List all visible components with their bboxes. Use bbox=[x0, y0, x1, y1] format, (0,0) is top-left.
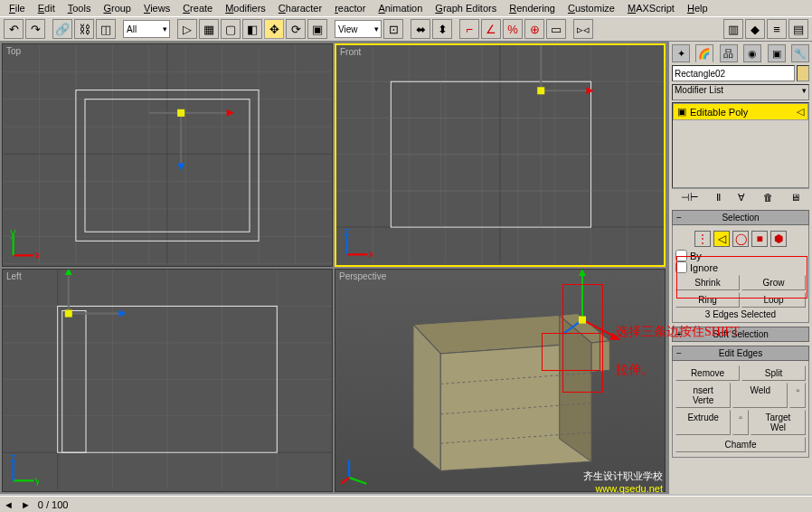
svg-marker-93 bbox=[579, 270, 586, 276]
object-name-input[interactable] bbox=[672, 65, 795, 81]
selection-rollout-header[interactable]: Selection bbox=[672, 210, 809, 225]
object-color-swatch[interactable] bbox=[797, 65, 809, 81]
viewport-left[interactable]: Left yz bbox=[2, 269, 333, 492]
edit-edges-rollout-header[interactable]: Edit Edges bbox=[672, 346, 809, 361]
by-checkbox[interactable] bbox=[675, 250, 687, 261]
viewport-front[interactable]: Front xz bbox=[335, 43, 666, 267]
restrict-y-button[interactable]: ⬍ bbox=[432, 19, 452, 39]
angle-snap-button[interactable]: ∠ bbox=[481, 19, 501, 39]
pin-stack-button[interactable]: ⊣⊢ bbox=[681, 192, 699, 204]
command-panel: ✦ 🌈 品 ◉ ▣ 🔧 Modifier List ▾ ▣ Editable P… bbox=[667, 42, 812, 494]
select-move-button[interactable]: ✥ bbox=[264, 19, 284, 39]
menu-views[interactable]: Views bbox=[138, 1, 175, 15]
svg-marker-25 bbox=[177, 163, 184, 170]
undo-button[interactable]: ↶ bbox=[4, 19, 24, 39]
hierarchy-tab[interactable]: 品 bbox=[720, 44, 738, 62]
percent-snap-button[interactable]: % bbox=[503, 19, 523, 39]
modify-tab[interactable]: 🌈 bbox=[695, 44, 713, 62]
select-rotate-button[interactable]: ⟳ bbox=[286, 19, 306, 39]
viewport-top[interactable]: Top xy bbox=[2, 43, 333, 267]
edge-subobj[interactable]: ◁ bbox=[713, 231, 730, 247]
restrict-x-button[interactable]: ⬌ bbox=[411, 19, 430, 39]
select-button[interactable]: ▷ bbox=[177, 19, 197, 39]
timeline-arrow-left[interactable]: ◄ bbox=[4, 499, 14, 510]
svg-rect-57 bbox=[537, 87, 544, 94]
configure-button[interactable]: 🖥 bbox=[790, 192, 800, 204]
ring-button[interactable]: Ring bbox=[675, 292, 740, 308]
snap-toggle-button[interactable]: ⌐ bbox=[459, 19, 479, 39]
menu-edit[interactable]: Edit bbox=[33, 1, 61, 15]
extrude-settings-button[interactable]: ▫ bbox=[732, 410, 749, 435]
svg-text:x: x bbox=[368, 248, 373, 260]
ignore-checkbox[interactable] bbox=[675, 261, 687, 273]
curve-editor-button[interactable]: ≡ bbox=[767, 19, 787, 39]
unlink-button[interactable]: ⛓ bbox=[74, 19, 94, 39]
shrink-button[interactable]: Shrink bbox=[675, 275, 740, 290]
make-unique-button[interactable]: ∀ bbox=[738, 192, 745, 204]
soft-selection-rollout-header[interactable]: Soft Selection bbox=[672, 327, 809, 342]
display-tab[interactable]: ▣ bbox=[768, 44, 786, 62]
spinner-snap-button[interactable]: ⊕ bbox=[524, 19, 544, 39]
insert-vertex-button[interactable]: nsert Verte bbox=[675, 383, 731, 408]
menu-animation[interactable]: Animation bbox=[373, 1, 428, 15]
target-weld-button[interactable]: Target Wel bbox=[751, 410, 806, 435]
element-subobj[interactable]: ⬢ bbox=[770, 231, 787, 247]
expand-icon[interactable]: ▣ bbox=[677, 106, 686, 118]
menu-character[interactable]: Character bbox=[273, 1, 327, 15]
extrude-button[interactable]: Extrude bbox=[675, 410, 731, 435]
menu-help[interactable]: Help bbox=[682, 1, 713, 15]
menu-customize[interactable]: Customize bbox=[562, 1, 620, 15]
menu-reactor[interactable]: reactor bbox=[329, 1, 371, 15]
grow-button[interactable]: Grow bbox=[741, 275, 806, 290]
loop-button[interactable]: Loop bbox=[741, 292, 806, 308]
remove-modifier-button[interactable]: 🗑 bbox=[763, 192, 773, 204]
bind-button[interactable]: ◫ bbox=[96, 19, 116, 39]
frame-display: 0 / 100 bbox=[38, 499, 69, 510]
menu-tools[interactable]: Tools bbox=[62, 1, 97, 15]
triangle-icon: ◁ bbox=[797, 106, 804, 118]
stack-item-label: Editable Poly bbox=[690, 107, 748, 118]
viewport-perspective[interactable]: Perspective bbox=[335, 269, 666, 492]
select-region-button[interactable]: ▢ bbox=[221, 19, 241, 39]
weld-settings-button[interactable]: ▫ bbox=[789, 383, 806, 408]
named-sel-button[interactable]: ▭ bbox=[546, 19, 566, 39]
menu-group[interactable]: Group bbox=[98, 1, 137, 15]
menu-create[interactable]: Create bbox=[177, 1, 218, 15]
polygon-subobj[interactable]: ■ bbox=[751, 231, 768, 247]
menu-rendering[interactable]: Rendering bbox=[504, 1, 561, 15]
pivot-button[interactable]: ⊡ bbox=[383, 19, 403, 39]
remove-button[interactable]: Remove bbox=[675, 365, 740, 381]
create-tab[interactable]: ✦ bbox=[672, 44, 690, 62]
utilities-tab[interactable]: 🔧 bbox=[791, 44, 809, 62]
status-bar: ◄ ► 0 / 100 bbox=[0, 496, 812, 512]
border-subobj[interactable]: ◯ bbox=[732, 231, 749, 247]
align-button[interactable]: ▥ bbox=[723, 19, 743, 39]
grid-front bbox=[336, 45, 664, 263]
timeline-arrow-right[interactable]: ► bbox=[21, 499, 31, 510]
persp-geometry bbox=[335, 270, 665, 489]
link-button[interactable]: 🔗 bbox=[52, 19, 72, 39]
split-button[interactable]: Split bbox=[741, 365, 806, 381]
modifier-stack[interactable]: ▣ Editable Poly ◁ bbox=[672, 102, 809, 188]
schematic-button[interactable]: ▤ bbox=[788, 19, 808, 39]
stack-editable-poly[interactable]: ▣ Editable Poly ◁ bbox=[673, 103, 808, 120]
redo-button[interactable]: ↷ bbox=[25, 19, 45, 39]
select-name-button[interactable]: ▦ bbox=[199, 19, 219, 39]
menu-grapheditors[interactable]: Graph Editors bbox=[430, 1, 502, 15]
show-end-result-button[interactable]: Ⅱ bbox=[716, 192, 721, 204]
layers-button[interactable]: ◆ bbox=[745, 19, 765, 39]
vertex-subobj[interactable]: ⋮ bbox=[694, 231, 711, 247]
refcoord-dropdown[interactable]: View bbox=[335, 20, 382, 38]
menu-modifiers[interactable]: Modifiers bbox=[220, 1, 271, 15]
menu-file[interactable]: File bbox=[4, 1, 31, 15]
select-scale-button[interactable]: ▣ bbox=[307, 19, 327, 39]
modifier-list-dropdown[interactable]: Modifier List bbox=[672, 84, 809, 100]
menu-maxscript[interactable]: MAXScript bbox=[622, 1, 680, 15]
window-crossing-button[interactable]: ◧ bbox=[242, 19, 262, 39]
selection-filter-dropdown[interactable]: All bbox=[123, 20, 170, 38]
motion-tab[interactable]: ◉ bbox=[743, 44, 761, 62]
mirror-button[interactable]: ▹◃ bbox=[573, 19, 593, 39]
chamfer-button[interactable]: Chamfe bbox=[675, 437, 806, 452]
weld-button[interactable]: Weld bbox=[732, 383, 788, 408]
watermark: 齐生设计职业学校 www.qsedu.net bbox=[583, 469, 663, 494]
